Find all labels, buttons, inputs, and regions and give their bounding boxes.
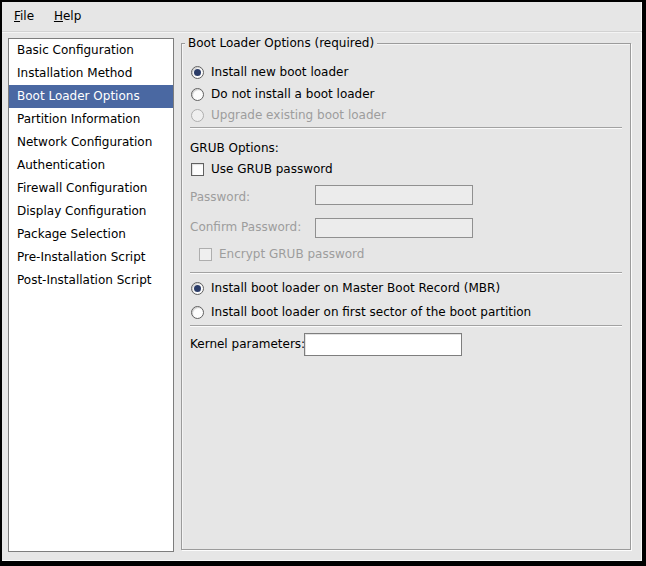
sidebar-item-network-configuration[interactable]: Network Configuration xyxy=(9,131,173,154)
kickstart-configurator-window: File Help Basic Configuration Installati… xyxy=(0,0,646,566)
radio-icon[interactable] xyxy=(191,306,204,319)
separator xyxy=(190,272,622,274)
radio-upgrade-existing-boot-loader: Upgrade existing boot loader xyxy=(191,106,622,124)
checkbox-use-grub-password[interactable]: Use GRUB password xyxy=(191,160,622,178)
radio-do-not-install-boot-loader[interactable]: Do not install a boot loader xyxy=(191,85,622,103)
menu-file[interactable]: File xyxy=(6,2,42,31)
radio-icon[interactable] xyxy=(191,88,204,101)
radio-label: Install boot loader on first sector of t… xyxy=(211,305,531,319)
checkbox-encrypt-grub-password: Encrypt GRUB password xyxy=(199,245,622,263)
sidebar-item-post-installation-script[interactable]: Post-Installation Script xyxy=(9,269,173,292)
password-field xyxy=(315,185,473,205)
password-label: Password: xyxy=(190,189,250,205)
sidebar-item-display-configuration[interactable]: Display Configuration xyxy=(9,200,173,223)
menubar: File Help xyxy=(2,2,642,32)
sidebar-item-partition-information[interactable]: Partition Information xyxy=(9,108,173,131)
frame-title: Boot Loader Options (required) xyxy=(185,35,377,51)
kernel-parameters-label: Kernel parameters: xyxy=(190,336,305,352)
sidebar-item-installation-method[interactable]: Installation Method xyxy=(9,62,173,85)
grub-options-label: GRUB Options: xyxy=(190,140,279,156)
separator xyxy=(190,325,622,327)
section-list: Basic Configuration Installation Method … xyxy=(8,38,174,552)
radio-label: Upgrade existing boot loader xyxy=(211,108,386,122)
sidebar-item-authentication[interactable]: Authentication xyxy=(9,154,173,177)
confirm-password-label: Confirm Password: xyxy=(190,219,301,235)
confirm-password-field xyxy=(315,218,473,238)
separator xyxy=(190,127,622,129)
checkbox-icon[interactable] xyxy=(191,163,204,176)
checkbox-icon xyxy=(199,248,212,261)
radio-install-new-boot-loader[interactable]: Install new boot loader xyxy=(191,63,622,81)
checkbox-label: Encrypt GRUB password xyxy=(219,247,364,261)
sidebar-item-basic-configuration[interactable]: Basic Configuration xyxy=(9,39,173,62)
radio-install-on-first-sector[interactable]: Install boot loader on first sector of t… xyxy=(191,303,622,321)
radio-label: Do not install a boot loader xyxy=(211,87,375,101)
radio-icon[interactable] xyxy=(191,282,204,295)
sidebar-item-pre-installation-script[interactable]: Pre-Installation Script xyxy=(9,246,173,269)
sidebar-item-package-selection[interactable]: Package Selection xyxy=(9,223,173,246)
radio-label: Install new boot loader xyxy=(211,65,348,79)
kernel-parameters-input[interactable] xyxy=(304,333,462,356)
menu-help[interactable]: Help xyxy=(46,2,89,31)
radio-label: Install boot loader on Master Boot Recor… xyxy=(211,281,500,295)
checkbox-label: Use GRUB password xyxy=(211,162,333,176)
radio-install-on-mbr[interactable]: Install boot loader on Master Boot Recor… xyxy=(191,279,622,297)
radio-icon[interactable] xyxy=(191,66,204,79)
sidebar-item-boot-loader-options[interactable]: Boot Loader Options xyxy=(9,85,173,108)
boot-loader-options-frame: Boot Loader Options (required) Install n… xyxy=(181,43,631,550)
radio-icon xyxy=(191,109,204,122)
sidebar-item-firewall-configuration[interactable]: Firewall Configuration xyxy=(9,177,173,200)
